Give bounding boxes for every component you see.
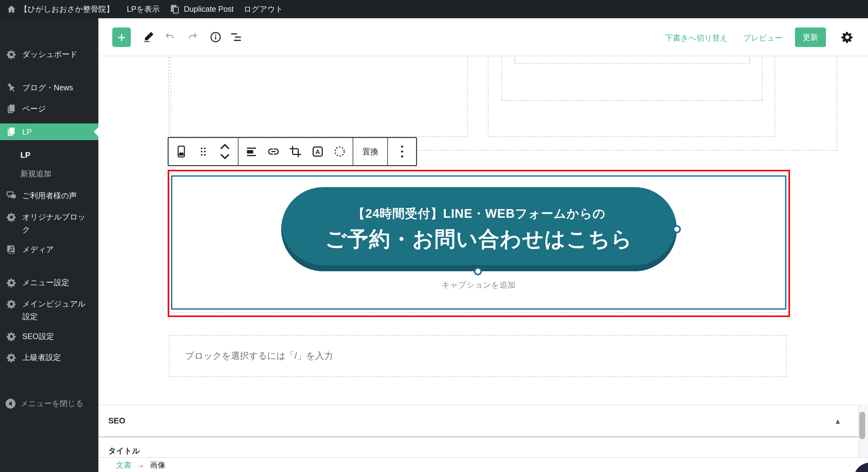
move-down-icon xyxy=(218,153,232,160)
image-block-type-button[interactable] xyxy=(172,143,190,160)
duotone-icon xyxy=(333,145,346,158)
collapse-menu-button[interactable]: メニューを閉じる xyxy=(0,398,98,409)
resize-handle-bottom[interactable] xyxy=(474,267,482,275)
pages-icon xyxy=(6,104,17,114)
sidebar-item-original-block[interactable]: オリジナルブロック xyxy=(0,211,98,236)
collapse-menu-icon xyxy=(6,399,16,409)
pin-icon xyxy=(6,83,17,93)
redo-button[interactable] xyxy=(187,31,200,43)
block-options-button[interactable] xyxy=(393,143,411,160)
info-icon xyxy=(209,31,222,43)
list-view-icon xyxy=(229,31,243,43)
duplicate-post-menu[interactable]: Duplicate Post xyxy=(169,4,234,14)
svg-text:A: A xyxy=(315,149,320,155)
view-lp-link[interactable]: LPを表示 xyxy=(127,4,160,14)
seo-metabox-title: SEO xyxy=(108,416,125,426)
site-title: 【ひがしおおさか整骨院】 xyxy=(20,4,114,14)
update-button[interactable]: 更新 xyxy=(795,28,826,47)
drag-handle[interactable] xyxy=(194,143,212,160)
testimonials-icon xyxy=(6,191,17,201)
gear-icon xyxy=(6,278,17,288)
details-button[interactable] xyxy=(209,31,222,43)
gear-icon xyxy=(6,212,17,222)
duplicate-post-icon xyxy=(169,4,180,14)
kebab-icon xyxy=(401,146,403,148)
editor-canvas: A 置換 【24時間受付】LINE・WEBフォームからの ご予約・お問い合わせは… xyxy=(98,57,868,405)
link-icon xyxy=(267,145,280,158)
sidebar-item-dashboard[interactable]: ダッシュボード xyxy=(0,48,98,61)
move-block-buttons[interactable] xyxy=(216,143,234,160)
gear-icon xyxy=(6,299,17,309)
text-overlay-button[interactable]: A xyxy=(309,143,327,160)
switch-to-draft-button[interactable]: 下書きへ切り替え xyxy=(665,33,727,43)
text-overlay-icon: A xyxy=(311,145,324,158)
align-icon xyxy=(245,145,258,158)
undo-button[interactable] xyxy=(163,31,176,43)
block-toolbar: A 置換 xyxy=(168,137,417,166)
block-inserter-button[interactable]: + xyxy=(112,28,131,47)
editor-footer: 文書 → 画像 xyxy=(98,457,868,472)
sidebar-item-media[interactable]: メディア xyxy=(0,243,98,256)
crop-button[interactable] xyxy=(286,143,304,160)
preview-button[interactable]: プレビュー xyxy=(743,33,782,43)
logout-link[interactable]: ログアウト xyxy=(243,4,283,14)
drag-dots-icon xyxy=(196,145,210,158)
editor-header: + 下書きへ切り替え プレビュー 更新 xyxy=(98,18,868,56)
empty-block-placeholder[interactable]: ブロックを選択するには「/」を入力 xyxy=(169,335,787,377)
gear-icon xyxy=(841,31,854,43)
seo-title-field-label: タイトル xyxy=(108,446,140,456)
sidebar-item-pages[interactable]: ページ xyxy=(0,102,98,115)
seo-metabox-header[interactable]: SEO ▲ xyxy=(98,405,859,437)
sidebar-subitem-lp[interactable]: LP xyxy=(21,151,30,160)
move-up-icon xyxy=(218,143,232,150)
collapse-toggle-icon[interactable]: ▲ xyxy=(834,417,841,426)
home-menu[interactable]: 【ひがしおおさか整骨院】 xyxy=(7,4,114,14)
plus-icon: + xyxy=(118,29,126,46)
sidebar-item-menu-settings[interactable]: メニュー設定 xyxy=(0,276,98,289)
right-inner-block-outline[interactable] xyxy=(515,57,750,64)
image-block-icon xyxy=(175,145,188,158)
caption-input[interactable]: キャプションを追加 xyxy=(277,280,680,290)
sidebar-item-testimonials[interactable]: ご利用者様の声 xyxy=(0,189,98,202)
cta-title: ご予約・お問い合わせはこちら xyxy=(325,225,632,253)
dashboard-icon xyxy=(6,49,17,60)
link-button[interactable] xyxy=(265,143,282,160)
vertical-scrollbar-thumb[interactable] xyxy=(859,412,865,439)
sidebar-item-main-visual-settings[interactable]: メインビジュアル設定 xyxy=(0,297,98,323)
breadcrumb-arrow-icon: → xyxy=(137,461,145,469)
breadcrumb-current-block: 画像 xyxy=(150,460,165,470)
cta-button-image[interactable]: 【24時間受付】LINE・WEBフォームからの ご予約・お問い合わせはこちら xyxy=(281,187,677,271)
admin-bar: 【ひがしおおさか整骨院】 LPを表示 Duplicate Post ログアウト xyxy=(0,0,868,18)
edit-tool-button[interactable] xyxy=(142,31,155,43)
pages-icon xyxy=(6,126,17,137)
breadcrumb-document[interactable]: 文書 xyxy=(116,460,131,470)
redo-icon xyxy=(187,31,200,43)
align-button[interactable] xyxy=(243,143,260,160)
pencil-icon xyxy=(142,31,155,43)
settings-button[interactable] xyxy=(841,31,854,43)
resize-handle-right[interactable] xyxy=(673,225,681,233)
sidebar-subitem-add-new[interactable]: 新規追加 xyxy=(21,168,51,179)
gear-icon xyxy=(6,331,17,342)
sidebar-item-lp[interactable]: LP xyxy=(0,123,98,140)
gear-icon xyxy=(6,352,17,363)
admin-sidebar: ダッシュボード ブログ・News ページ LP LP 新規追加 ご利用者様の声 xyxy=(0,18,98,472)
sidebar-item-seo-settings[interactable]: SEO設定 xyxy=(0,330,98,343)
list-view-button[interactable] xyxy=(229,31,243,43)
cta-subtitle: 【24時間受付】LINE・WEBフォームからの xyxy=(353,205,606,222)
replace-button[interactable]: 置換 xyxy=(362,146,378,157)
home-icon xyxy=(7,5,16,14)
undo-icon xyxy=(163,31,176,43)
crop-icon xyxy=(289,145,302,158)
metabox-area: SEO ▲ タイトル xyxy=(98,405,868,457)
sidebar-item-advanced-settings[interactable]: 上級者設定 xyxy=(0,351,98,364)
seo-title-field-row: タイトル xyxy=(98,438,859,457)
left-column-block-outline[interactable] xyxy=(170,57,468,137)
duotone-filter-button[interactable] xyxy=(331,143,349,160)
sidebar-item-blog-news[interactable]: ブログ・News xyxy=(0,81,98,94)
media-icon xyxy=(6,244,17,255)
